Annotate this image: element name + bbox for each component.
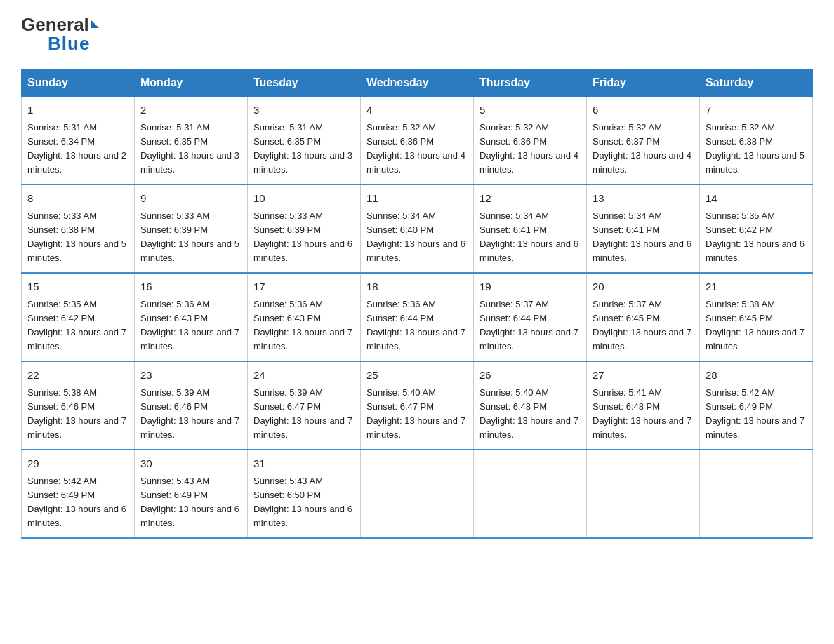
day-info: Sunrise: 5:37 AMSunset: 6:44 PMDaylight:…	[479, 297, 581, 354]
calendar-cell: 22Sunrise: 5:38 AMSunset: 6:46 PMDayligh…	[22, 361, 135, 450]
calendar-cell: 24Sunrise: 5:39 AMSunset: 6:47 PMDayligh…	[248, 361, 361, 450]
calendar-cell: 8Sunrise: 5:33 AMSunset: 6:38 PMDaylight…	[22, 185, 135, 273]
day-info: Sunrise: 5:37 AMSunset: 6:45 PMDaylight:…	[593, 297, 694, 354]
day-info: Sunrise: 5:43 AMSunset: 6:50 PMDaylight:…	[253, 474, 355, 531]
calendar-cell: 25Sunrise: 5:40 AMSunset: 6:47 PMDayligh…	[361, 361, 474, 450]
day-number: 6	[593, 102, 694, 119]
calendar-cell: 26Sunrise: 5:40 AMSunset: 6:48 PMDayligh…	[474, 361, 587, 450]
calendar-week-row: 29Sunrise: 5:42 AMSunset: 6:49 PMDayligh…	[22, 450, 813, 538]
calendar-cell: 10Sunrise: 5:33 AMSunset: 6:39 PMDayligh…	[248, 185, 361, 273]
calendar-cell: 18Sunrise: 5:36 AMSunset: 6:44 PMDayligh…	[361, 273, 474, 361]
day-number: 7	[706, 102, 807, 119]
day-info: Sunrise: 5:31 AMSunset: 6:35 PMDaylight:…	[140, 121, 241, 177]
calendar-table: SundayMondayTuesdayWednesdayThursdayFrid…	[21, 69, 813, 539]
day-info: Sunrise: 5:34 AMSunset: 6:41 PMDaylight:…	[479, 209, 581, 266]
day-info: Sunrise: 5:34 AMSunset: 6:41 PMDaylight:…	[593, 209, 694, 266]
day-info: Sunrise: 5:38 AMSunset: 6:45 PMDaylight:…	[706, 297, 807, 354]
calendar-cell: 6Sunrise: 5:32 AMSunset: 6:37 PMDaylight…	[587, 97, 700, 185]
calendar-cell: 19Sunrise: 5:37 AMSunset: 6:44 PMDayligh…	[474, 273, 587, 361]
day-number: 15	[27, 279, 128, 295]
day-info: Sunrise: 5:38 AMSunset: 6:46 PMDaylight:…	[27, 386, 128, 443]
day-info: Sunrise: 5:34 AMSunset: 6:40 PMDaylight:…	[366, 209, 468, 266]
calendar-cell: 27Sunrise: 5:41 AMSunset: 6:48 PMDayligh…	[587, 361, 700, 450]
day-number: 30	[140, 456, 241, 472]
day-info: Sunrise: 5:41 AMSunset: 6:48 PMDaylight:…	[593, 386, 694, 443]
header-thursday: Thursday	[474, 69, 587, 97]
day-info: Sunrise: 5:33 AMSunset: 6:38 PMDaylight:…	[27, 209, 128, 266]
calendar-cell: 9Sunrise: 5:33 AMSunset: 6:39 PMDaylight…	[135, 185, 248, 273]
day-number: 5	[479, 102, 581, 119]
header-sunday: Sunday	[22, 69, 135, 97]
calendar-cell: 11Sunrise: 5:34 AMSunset: 6:40 PMDayligh…	[361, 185, 474, 273]
day-info: Sunrise: 5:33 AMSunset: 6:39 PMDaylight:…	[140, 209, 241, 266]
header-tuesday: Tuesday	[248, 69, 361, 97]
calendar-cell: 28Sunrise: 5:42 AMSunset: 6:49 PMDayligh…	[700, 361, 813, 450]
day-number: 10	[253, 191, 355, 207]
day-info: Sunrise: 5:32 AMSunset: 6:37 PMDaylight:…	[593, 121, 694, 177]
day-info: Sunrise: 5:40 AMSunset: 6:47 PMDaylight:…	[366, 386, 468, 443]
day-info: Sunrise: 5:32 AMSunset: 6:36 PMDaylight:…	[366, 121, 468, 177]
day-number: 21	[706, 279, 807, 295]
calendar-week-row: 8Sunrise: 5:33 AMSunset: 6:38 PMDaylight…	[22, 185, 813, 273]
header-wednesday: Wednesday	[361, 69, 474, 97]
calendar-cell: 23Sunrise: 5:39 AMSunset: 6:46 PMDayligh…	[135, 361, 248, 450]
calendar-cell: 14Sunrise: 5:35 AMSunset: 6:42 PMDayligh…	[700, 185, 813, 273]
day-number: 31	[253, 456, 355, 472]
calendar-cell: 4Sunrise: 5:32 AMSunset: 6:36 PMDaylight…	[361, 97, 474, 185]
calendar-cell: 30Sunrise: 5:43 AMSunset: 6:49 PMDayligh…	[135, 450, 248, 538]
day-number: 18	[366, 279, 468, 295]
day-number: 12	[479, 191, 581, 207]
day-info: Sunrise: 5:32 AMSunset: 6:36 PMDaylight:…	[479, 121, 581, 177]
page-header: General Blue	[21, 14, 813, 55]
calendar-cell: 1Sunrise: 5:31 AMSunset: 6:34 PMDaylight…	[22, 97, 135, 185]
header-friday: Friday	[587, 69, 700, 97]
calendar-cell: 3Sunrise: 5:31 AMSunset: 6:35 PMDaylight…	[248, 97, 361, 185]
calendar-cell	[474, 450, 587, 538]
day-number: 23	[140, 368, 241, 384]
calendar-cell	[700, 450, 813, 538]
calendar-week-row: 15Sunrise: 5:35 AMSunset: 6:42 PMDayligh…	[22, 273, 813, 361]
calendar-cell: 31Sunrise: 5:43 AMSunset: 6:50 PMDayligh…	[248, 450, 361, 538]
calendar-cell: 29Sunrise: 5:42 AMSunset: 6:49 PMDayligh…	[22, 450, 135, 538]
logo: General Blue	[21, 14, 99, 55]
day-info: Sunrise: 5:33 AMSunset: 6:39 PMDaylight:…	[253, 209, 355, 266]
calendar-cell: 16Sunrise: 5:36 AMSunset: 6:43 PMDayligh…	[135, 273, 248, 361]
day-number: 9	[140, 191, 241, 207]
day-info: Sunrise: 5:31 AMSunset: 6:35 PMDaylight:…	[253, 121, 355, 177]
header-saturday: Saturday	[700, 69, 813, 97]
day-info: Sunrise: 5:32 AMSunset: 6:38 PMDaylight:…	[706, 121, 807, 177]
day-info: Sunrise: 5:42 AMSunset: 6:49 PMDaylight:…	[706, 386, 807, 443]
calendar-header-row: SundayMondayTuesdayWednesdayThursdayFrid…	[22, 69, 813, 97]
day-number: 3	[253, 102, 355, 119]
day-info: Sunrise: 5:36 AMSunset: 6:43 PMDaylight:…	[253, 297, 355, 354]
day-info: Sunrise: 5:36 AMSunset: 6:44 PMDaylight:…	[366, 297, 468, 354]
calendar-cell: 7Sunrise: 5:32 AMSunset: 6:38 PMDaylight…	[700, 97, 813, 185]
day-number: 11	[366, 191, 468, 207]
day-number: 19	[479, 279, 581, 295]
calendar-cell: 20Sunrise: 5:37 AMSunset: 6:45 PMDayligh…	[587, 273, 700, 361]
calendar-cell: 2Sunrise: 5:31 AMSunset: 6:35 PMDaylight…	[135, 97, 248, 185]
calendar-cell: 21Sunrise: 5:38 AMSunset: 6:45 PMDayligh…	[700, 273, 813, 361]
day-number: 20	[593, 279, 694, 295]
day-info: Sunrise: 5:42 AMSunset: 6:49 PMDaylight:…	[27, 474, 128, 531]
day-number: 22	[27, 368, 128, 384]
calendar-cell: 5Sunrise: 5:32 AMSunset: 6:36 PMDaylight…	[474, 97, 587, 185]
day-number: 25	[366, 368, 468, 384]
logo-triangle-icon	[91, 20, 99, 28]
day-number: 8	[27, 191, 128, 207]
calendar-cell: 12Sunrise: 5:34 AMSunset: 6:41 PMDayligh…	[474, 185, 587, 273]
day-number: 4	[366, 102, 468, 119]
day-number: 2	[140, 102, 241, 119]
day-number: 28	[706, 368, 807, 384]
calendar-cell: 15Sunrise: 5:35 AMSunset: 6:42 PMDayligh…	[22, 273, 135, 361]
day-info: Sunrise: 5:39 AMSunset: 6:46 PMDaylight:…	[140, 386, 241, 443]
calendar-cell	[361, 450, 474, 538]
day-number: 27	[593, 368, 694, 384]
day-number: 29	[27, 456, 128, 472]
day-info: Sunrise: 5:35 AMSunset: 6:42 PMDaylight:…	[27, 297, 128, 354]
calendar-cell: 17Sunrise: 5:36 AMSunset: 6:43 PMDayligh…	[248, 273, 361, 361]
day-info: Sunrise: 5:39 AMSunset: 6:47 PMDaylight:…	[253, 386, 355, 443]
day-number: 16	[140, 279, 241, 295]
day-info: Sunrise: 5:31 AMSunset: 6:34 PMDaylight:…	[27, 121, 128, 177]
day-number: 1	[27, 102, 128, 119]
